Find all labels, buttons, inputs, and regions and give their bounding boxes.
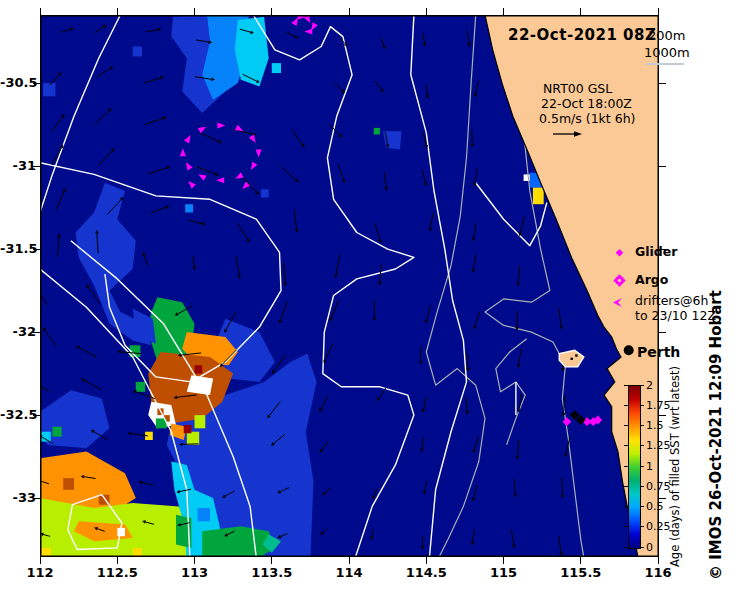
colorbar-tick — [640, 547, 644, 548]
colorbar-tick — [624, 405, 628, 406]
bathy-1000m-label: 1000m — [644, 45, 690, 60]
colorbar-tick — [624, 445, 628, 446]
y-tick-right — [659, 83, 666, 84]
y-tick-label: -32.5 — [0, 407, 36, 422]
colorbar-tick — [640, 486, 644, 487]
colorbar-tick — [640, 466, 644, 467]
colorbar-tick — [624, 425, 628, 426]
y-tick-label: -32 — [0, 324, 36, 339]
colorbar-tick — [640, 425, 644, 426]
colorbar-tick-label: 2 — [646, 379, 653, 392]
colorbar-tick — [624, 385, 628, 386]
colorbar-tick-label: 1.5 — [646, 419, 664, 432]
x-tick-label: 112.5 — [95, 565, 139, 580]
sst-age-patch — [187, 375, 213, 395]
colorbar-tick — [640, 526, 644, 527]
imos-sst-age-figure: 22-Oct-2021 08Z 200m 1000m NRT00 GSL 22-… — [0, 0, 739, 592]
y-tick-label: -31.5 — [0, 241, 36, 256]
sst-age-patch — [198, 508, 210, 521]
nrt-line1: NRT00 GSL — [543, 81, 612, 96]
y-tick-right — [659, 332, 666, 333]
credit-text: © IMOS 26-Oct-2021 12:09 Hobart — [707, 290, 725, 580]
x-tick-top — [658, 8, 659, 15]
drifter-marker-icon — [611, 296, 624, 309]
sst-age-patch — [185, 204, 193, 212]
x-tick-label: 113 — [173, 565, 217, 580]
drifters-legend-line1: drifters@6h — [635, 293, 708, 308]
colorbar-tick — [640, 405, 644, 406]
x-tick — [271, 557, 272, 564]
colorbar-axis-label: Age (days) of filled SST (wrt latest) — [668, 366, 682, 567]
colorbar-tick — [640, 445, 644, 446]
perth-city-label: Perth — [637, 344, 680, 360]
colorbar-tick-label: 0.25 — [646, 520, 671, 533]
perth-dot — [624, 345, 634, 355]
x-tick — [503, 557, 504, 564]
colorbar-tick — [624, 506, 628, 507]
x-tick-label: 115.5 — [559, 565, 603, 580]
sst-age-patch — [533, 188, 544, 205]
argo-marker-icon — [612, 273, 627, 288]
colorbar-tick — [624, 547, 628, 548]
nrt-line2: 22-Oct 18:00Z — [541, 96, 632, 111]
colorbar — [628, 385, 641, 549]
sst-age-patch — [202, 526, 275, 557]
x-tick-label: 113.5 — [250, 565, 294, 580]
sst-age-patch — [136, 382, 145, 392]
x-tick — [194, 557, 195, 564]
y-tick-label: -31 — [0, 158, 36, 173]
x-tick-top — [349, 8, 350, 15]
sst-age-patch — [195, 415, 206, 428]
sst-age-patch — [195, 365, 203, 373]
colorbar-tick-label: 1.25 — [646, 439, 671, 452]
x-tick-label: 115 — [482, 565, 526, 580]
x-tick — [426, 557, 427, 564]
colorbar-tick — [624, 526, 628, 527]
colorbar-tick — [640, 506, 644, 507]
sst-age-patch — [133, 47, 142, 57]
map-title: 22-Oct-2021 08Z — [508, 26, 656, 44]
bathy-line-sample — [646, 63, 684, 65]
y-tick-right — [659, 249, 666, 250]
drifters-legend-line2: to 23/10 12Z — [635, 308, 716, 323]
colorbar-tick — [640, 385, 644, 386]
colorbar-tick-label: 1 — [646, 460, 653, 473]
argo-legend-label: Argo — [635, 272, 668, 287]
sst-age-patch — [184, 425, 192, 433]
colorbar-tick-label: 0.75 — [646, 480, 671, 493]
colorbar-tick — [624, 486, 628, 487]
y-tick-right — [659, 415, 666, 416]
colorbar-tick-label: 1.75 — [646, 399, 671, 412]
y-tick-label: -30.5 — [0, 75, 36, 90]
sst-age-patch — [374, 128, 380, 135]
x-tick-top — [426, 8, 427, 15]
x-tick — [580, 557, 581, 564]
glider-legend-label: Glider — [635, 244, 677, 259]
x-tick — [40, 557, 41, 564]
glider-marker-icon — [613, 246, 626, 259]
x-tick-top — [503, 8, 504, 15]
reference-arrow-icon — [551, 128, 583, 140]
sst-age-patch — [52, 427, 61, 437]
x-tick — [349, 557, 350, 564]
x-tick-top — [194, 8, 195, 15]
x-tick — [658, 557, 659, 564]
x-tick — [117, 557, 118, 564]
x-tick-label: 116 — [636, 565, 680, 580]
x-tick-top — [117, 8, 118, 15]
sst-age-patch — [43, 83, 55, 96]
x-tick-label: 112 — [18, 565, 62, 580]
bathy-200m-label: 200m — [648, 28, 685, 43]
x-tick-top — [580, 8, 581, 15]
y-tick-label: -33 — [0, 490, 36, 505]
colorbar-tick-label: 0.5 — [646, 500, 664, 513]
sst-age-patch — [272, 63, 281, 73]
sst-age-patch — [187, 432, 199, 445]
x-tick-label: 114.5 — [404, 565, 448, 580]
colorbar-tick — [624, 466, 628, 467]
x-tick-top — [271, 8, 272, 15]
sst-age-patch — [63, 478, 74, 490]
colorbar-tick-label: 0 — [646, 541, 653, 554]
x-tick-top — [40, 8, 41, 15]
y-tick-right — [659, 166, 666, 167]
